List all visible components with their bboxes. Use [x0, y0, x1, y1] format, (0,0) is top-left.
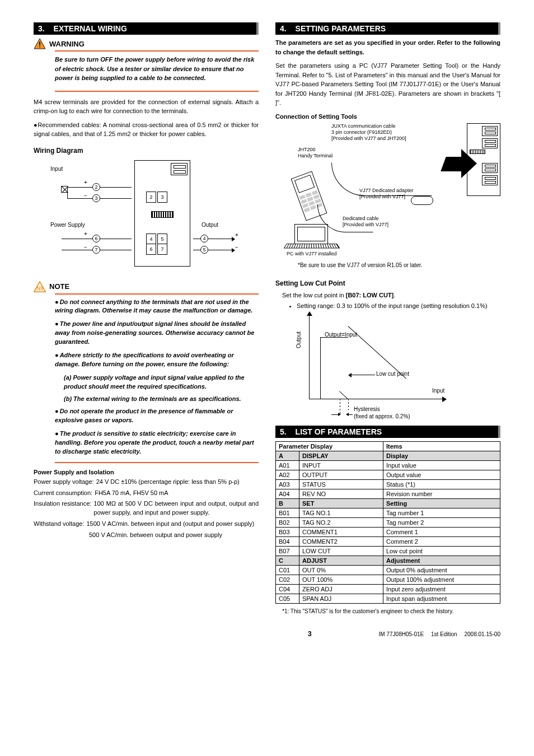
section-4-title: SETTING PARAMETERS [296, 24, 386, 33]
warning-title: WARNING [49, 40, 85, 48]
table-header-items: Items [383, 442, 500, 451]
table-row: C01OUT 0%Output 0% adjustment [276, 566, 500, 575]
lowcut-set-line: Set the low cut point in [B07: LOW CUT]. [282, 291, 500, 300]
table-row: C02OUT 100%Output 100% adjustment [276, 575, 500, 585]
note-list: Do not connect anything to the terminals… [55, 298, 259, 370]
section-5-header: 5. LIST OF PARAMETERS [275, 426, 500, 438]
warning-header: WARNING [34, 38, 259, 49]
note-item: The product is sensitive to static elect… [55, 430, 259, 456]
note-item: Adhere strictly to the specifications to… [55, 351, 259, 369]
section-4-num: 4. [280, 24, 287, 33]
table-row: B04COMMENT2Comment 2 [276, 537, 500, 547]
table-row: B01TAG NO.1Tag number 1 [276, 508, 500, 518]
wd-power-label: Power Supply [50, 222, 85, 228]
warning-box: Be sure to turn OFF the power supply bef… [55, 50, 259, 92]
page-number: 3 [308, 630, 312, 638]
note-item: The power line and input/output signal l… [55, 320, 259, 347]
table-group-row: BSETSetting [276, 499, 500, 508]
section-3-num: 3. [38, 24, 45, 33]
footer-doc: IM 77J08H05-01E [379, 631, 424, 637]
note-list-2: Do not operate the product in the presen… [55, 407, 259, 456]
left-column: 3. EXTERNAL WIRING WARNING Be sure to tu… [34, 22, 259, 614]
table-row: A02OUTPUTOutput value [276, 470, 500, 480]
note-sub-a: (a) Power supply voltage and input signa… [64, 374, 259, 391]
td-laptop-icon [287, 224, 337, 246]
table-row: A03STATUSStatus (*1) [276, 480, 500, 489]
note-icon [34, 281, 46, 292]
wd-top-connector [171, 163, 188, 175]
section-4-header: 4. SETTING PARAMETERS [275, 22, 500, 35]
psi-withstand: Withstand voltage: 1500 V AC/min. betwee… [34, 520, 259, 529]
wd-chip-icon [151, 211, 174, 218]
table-row: B07LOW CUTLow cut point [276, 547, 500, 556]
table-row: B03COMMENT1Comment 1 [276, 528, 500, 537]
psi-heading: Power Supply and Isolation [34, 469, 259, 475]
svg-rect-2 [39, 46, 40, 48]
parameters-table: Parameter Display Items ADISPLAYDisplayA… [275, 441, 500, 604]
table-row: A01INPUTInput value [276, 461, 500, 470]
svg-rect-1 [39, 41, 40, 45]
note-header: NOTE [34, 281, 259, 292]
table-row: C05SPAN ADJInput span adjustment [276, 594, 500, 604]
note-sub-b: (b) The external wiring to the terminals… [64, 395, 259, 404]
page-footer: 3 IM 77J08H05-01E 1st Edition 2008.01.15… [34, 630, 500, 638]
td-version-note: *Be sure to use the VJ77 of version R1.0… [298, 262, 500, 268]
section-3-title: EXTERNAL WIRING [54, 24, 127, 33]
wiring-diagram: 2 3 46 57 Input + 2 − 3 Power Supply [50, 160, 259, 272]
psi-current: Current consumption: FH5A 70 mA, FH5V 50… [34, 489, 259, 498]
note-title: NOTE [49, 282, 69, 291]
right-column: 4. SETTING PARAMETERS The parameters are… [275, 22, 500, 614]
table-footnote: *1: This "STATUS" is for the customer's … [282, 608, 500, 614]
warning-icon [34, 38, 46, 49]
section-5-title: LIST OF PARAMETERS [296, 427, 382, 436]
cables-paragraph: ●Recommended cables: A nominal cross-sec… [34, 120, 259, 139]
table-row: C04ZERO ADJInput zero adjustment [276, 585, 500, 594]
wd-input-label: Input [50, 166, 63, 172]
warning-body: Be sure to turn OFF the power supply bef… [55, 55, 259, 83]
psi-withstand-2: 500 V AC/min. between output and power s… [34, 531, 259, 540]
lowcut-graph: Output Output=Input Low cut point Input … [298, 315, 455, 421]
psi-voltage: Power supply voltage: 24 V DC ±10% (perc… [34, 478, 259, 487]
section-5-num: 5. [280, 427, 287, 436]
tools-diagram: JUXTA communication cable 3 pin connecto… [287, 123, 500, 258]
table-group-row: ADISPLAYDisplay [276, 451, 500, 461]
footer-edition: 1st Edition [431, 631, 457, 637]
table-row: B02TAG NO.2Tag number 2 [276, 518, 500, 528]
wiring-diagram-heading: Wiring Diagram [34, 147, 259, 155]
section-3-header: 3. EXTERNAL WIRING [34, 22, 259, 35]
note-item: Do not connect anything to the terminals… [55, 298, 259, 316]
sp-paragraph: Set the parameters using a PC (VJ77 Para… [275, 61, 500, 108]
wd-module: 2 3 46 57 [134, 160, 190, 267]
table-row: A04REV NORevision number [276, 489, 500, 499]
connection-heading: Connection of Setting Tools [275, 113, 500, 120]
sp-bold-intro: The parameters are set as you specified … [275, 38, 500, 57]
td-adapter-icon [411, 196, 433, 205]
psi-insulation: Insulation resistance: 100 MΩ at 500 V D… [34, 500, 259, 517]
lowcut-heading: Setting Low Cut Point [275, 279, 500, 287]
m4-paragraph: M4 screw terminals are provided for the … [34, 97, 259, 116]
lowcut-bullet: Setting range: 0.3 to 100% of the input … [297, 302, 500, 310]
wd-output-label: Output [202, 222, 218, 228]
footer-date: 2008.01.15-00 [464, 631, 500, 637]
table-group-row: CADJUSTAdjustment [276, 556, 500, 566]
note-item: Do not operate the product in the presen… [55, 407, 259, 425]
table-header-display: Parameter Display [276, 442, 383, 451]
